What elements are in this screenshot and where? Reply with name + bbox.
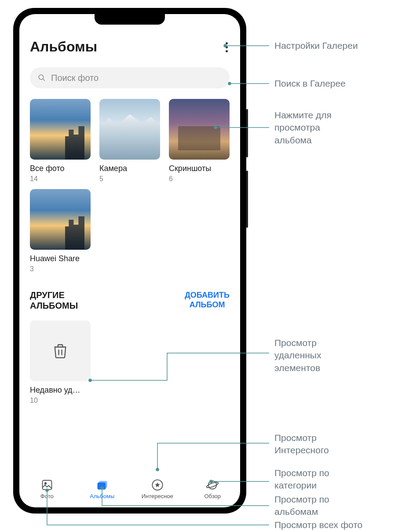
svg-point-10 xyxy=(206,481,219,488)
album-name: Недавно уд… xyxy=(30,386,91,395)
star-circle-icon xyxy=(151,479,164,491)
phone-frame: Альбомы Поиск фото Все фото xyxy=(13,8,246,514)
phone-side-button-1 xyxy=(246,109,248,157)
albums-icon xyxy=(96,479,108,491)
nav-albums[interactable]: Альбомы xyxy=(75,477,130,501)
annotation-highlights: Просмотр Интересного xyxy=(274,432,329,457)
annotation-by-albums: Просмотр по альбомам xyxy=(274,493,329,518)
album-screenshots[interactable]: Скриншоты 6 xyxy=(169,99,230,183)
nav-discover[interactable]: Обзор xyxy=(185,477,241,501)
other-albums-header: ДРУГИЕ АЛЬБОМЫ ДОБАВИТЬ АЛЬБОМ xyxy=(30,290,230,311)
search-icon xyxy=(38,74,46,82)
album-grid: Все фото 14 Камера 5 Скриншоты 6 Huawei … xyxy=(30,99,230,273)
phone-side-button-2 xyxy=(246,171,248,228)
trash-thumbnail xyxy=(30,321,91,381)
album-name: Huawei Share xyxy=(30,254,91,263)
album-thumbnail xyxy=(169,99,230,160)
album-count: 3 xyxy=(30,265,91,273)
annotation-search: Поиск в Галерее xyxy=(274,77,346,90)
annotation-all-photos: Просмотр всех фото xyxy=(274,519,362,531)
nav-label: Фото xyxy=(40,493,54,499)
album-count: 10 xyxy=(30,397,91,404)
album-thumbnail xyxy=(30,189,91,250)
svg-rect-4 xyxy=(42,480,51,489)
album-camera[interactable]: Камера 5 xyxy=(99,99,160,183)
planet-icon xyxy=(206,479,219,491)
other-album-grid: Недавно уд… 10 xyxy=(30,321,230,404)
svg-line-1 xyxy=(43,79,45,81)
bottom-navigation: Фото Альбомы Интересное xyxy=(19,472,240,507)
page-title: Альбомы xyxy=(30,39,97,55)
notch xyxy=(95,14,165,25)
header-row: Альбомы xyxy=(30,39,230,67)
annotation-by-category: Просмотр по категории xyxy=(274,467,329,492)
album-count: 14 xyxy=(30,175,91,183)
annotation-settings: Настройки Галереи xyxy=(274,40,358,52)
more-vertical-icon xyxy=(226,42,228,44)
album-huawei-share[interactable]: Huawei Share 3 xyxy=(30,189,91,273)
album-name: Камера xyxy=(99,164,160,173)
annotation-view-album: Нажмите для просмотра альбома xyxy=(274,109,332,146)
album-all-photos[interactable]: Все фото 14 xyxy=(30,99,91,183)
album-count: 5 xyxy=(99,175,160,183)
svg-point-5 xyxy=(45,482,47,484)
album-thumbnail xyxy=(99,99,160,160)
svg-rect-7 xyxy=(99,481,107,488)
svg-point-0 xyxy=(39,75,44,80)
annotation-deleted: Просмотр удаленных элементов xyxy=(274,337,321,374)
album-recently-deleted[interactable]: Недавно уд… 10 xyxy=(30,321,91,404)
album-name: Скриншоты xyxy=(169,164,230,173)
album-name: Все фото xyxy=(30,164,91,173)
album-thumbnail xyxy=(30,99,91,160)
search-input[interactable]: Поиск фото xyxy=(30,67,230,88)
nav-highlights[interactable]: Интересное xyxy=(130,477,185,501)
nav-label: Интересное xyxy=(142,493,173,499)
screen: Альбомы Поиск фото Все фото xyxy=(19,14,240,507)
add-album-button[interactable]: ДОБАВИТЬ АЛЬБОМ xyxy=(185,291,230,310)
photo-icon xyxy=(41,479,53,491)
trash-icon xyxy=(51,342,69,360)
nav-photos[interactable]: Фото xyxy=(19,477,75,501)
nav-label: Альбомы xyxy=(90,493,114,499)
section-title: ДРУГИЕ АЛЬБОМЫ xyxy=(30,290,78,311)
more-options-button[interactable] xyxy=(224,39,230,56)
nav-label: Обзор xyxy=(204,493,221,499)
album-count: 6 xyxy=(169,175,230,183)
content-area: Альбомы Поиск фото Все фото xyxy=(19,14,240,472)
search-placeholder: Поиск фото xyxy=(51,73,99,83)
